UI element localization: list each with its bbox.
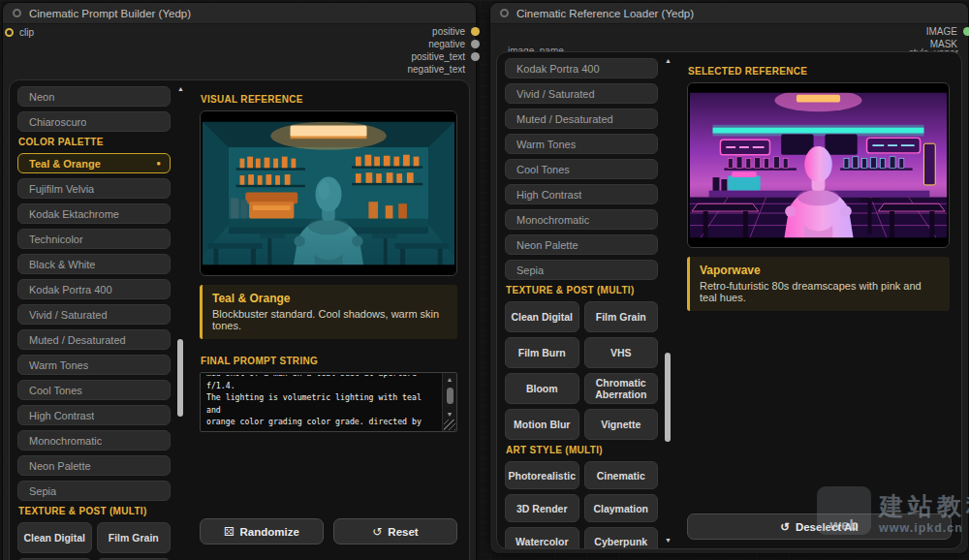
clip-slot-label: clip <box>19 27 34 38</box>
palette-option[interactable]: Sepia ● <box>17 481 171 501</box>
style-list: Neon ● Chiaroscuro ● COLOR PALETTE <box>10 80 190 560</box>
scrollbar-thumb[interactable] <box>665 353 671 442</box>
selected-reference-header: SELECTED REFERENCE <box>688 66 950 77</box>
output-slot[interactable]: IMAGE <box>926 25 969 38</box>
output-slot-dot-icon[interactable] <box>471 52 480 61</box>
section-header-texture-post: TEXTURE & POST (MULTI) <box>18 506 171 516</box>
texture-toggle-button[interactable]: Clean Digital <box>505 301 579 332</box>
section-header-color-palette: COLOR PALETTE <box>18 137 171 147</box>
style-option[interactable]: Vivid / Saturated ● <box>505 83 658 104</box>
node-title: Cinematic Prompt Builder (Yedp) <box>29 8 191 19</box>
output-slot-label: IMAGE <box>926 26 957 37</box>
node-prompt-builder[interactable]: Cinematic Prompt Builder (Yedp) clip pos… <box>2 2 477 560</box>
texture-toggle-button[interactable]: Film Burn <box>505 337 579 368</box>
node-title-bar[interactable]: Cinematic Reference Loader (Yedp) <box>490 3 968 24</box>
reference-info-box: Vaporwave Retro-futuristic 80s dreamscap… <box>687 257 950 311</box>
final-prompt-header: FINAL PROMPT STRING <box>201 356 457 366</box>
style-option[interactable]: Neon Palette ● <box>505 234 658 255</box>
output-slot[interactable]: negative_text <box>408 63 481 76</box>
input-slot-clip[interactable]: clip <box>5 27 34 38</box>
palette-option[interactable]: Muted / Desaturated ● <box>17 329 171 350</box>
texture-toggle-button[interactable]: Film Grain <box>584 301 659 332</box>
reset-icon: ↺ <box>372 525 382 539</box>
palette-option[interactable]: Fujifilm Velvia ● <box>17 178 171 199</box>
palette-option[interactable]: Warm Tones ● <box>17 355 171 375</box>
resize-handle-icon[interactable] <box>444 420 455 430</box>
style-option[interactable]: Warm Tones ● <box>505 134 658 154</box>
list-scrollbar[interactable]: ▲ ▼ <box>664 57 672 544</box>
palette-option[interactable]: Cool Tones ● <box>17 380 171 400</box>
palette-option[interactable]: Vivid / Saturated ● <box>17 304 171 325</box>
action-buttons: ⚄ Randomize ↺ Reset <box>200 518 457 544</box>
scroll-down-icon[interactable]: ▼ <box>443 411 456 418</box>
collapse-dot-icon[interactable] <box>500 9 509 17</box>
style-option[interactable]: Chiaroscuro ● <box>17 111 171 132</box>
list-scrollbar[interactable]: ▲ ▼ <box>176 85 185 560</box>
texture-toggle-button[interactable]: Film Grain <box>97 522 172 553</box>
output-slot[interactable]: positive_text <box>408 50 481 63</box>
art-style-toggle-button[interactable]: Photorealistic <box>505 461 579 489</box>
output-slot-dot-icon[interactable] <box>963 40 969 48</box>
scrollbar-thumb[interactable] <box>447 388 453 404</box>
clip-slot-dot-icon[interactable] <box>5 28 14 37</box>
style-option[interactable]: Cool Tones ● <box>505 159 658 179</box>
reference-column: SELECTED REFERENCE <box>677 52 961 548</box>
texture-toggle-button[interactable]: Vignette <box>584 409 659 440</box>
scroll-up-icon[interactable]: ▲ <box>664 57 672 64</box>
reference-info-title: Vaporwave <box>700 264 940 277</box>
art-style-toggle-button[interactable]: 3D Render <box>505 494 579 522</box>
output-slot-label: positive <box>432 26 465 37</box>
art-style-toggle-button[interactable]: Cinematic <box>584 461 659 489</box>
output-slot-dot-icon[interactable] <box>471 27 480 36</box>
texture-toggle-button[interactable]: VHS <box>584 337 659 368</box>
node-reference-loader[interactable]: Cinematic Reference Loader (Yedp) IMAGE … <box>489 2 969 554</box>
texture-toggle-button[interactable]: Motion Blur <box>505 409 579 440</box>
palette-option[interactable]: High Contrast ● <box>17 405 171 425</box>
selected-reference-image <box>687 82 950 248</box>
palette-option[interactable]: Kodak Portra 400 ● <box>17 279 171 299</box>
section-header-art-style: ART STYLE (MULTI) <box>506 445 658 455</box>
randomize-button[interactable]: ⚄ Randomize <box>200 518 324 544</box>
scrollbar-thumb[interactable] <box>177 339 183 417</box>
output-slot-dot-icon[interactable] <box>963 27 969 36</box>
prompt-textarea[interactable]: mid shot of a man in a teal suit at aper… <box>200 372 457 432</box>
output-slot[interactable]: negative <box>408 38 481 50</box>
palette-option[interactable]: Neon Palette ● <box>17 455 171 476</box>
scroll-up-icon[interactable]: ▲ <box>176 85 185 92</box>
palette-option[interactable]: Teal & Orange ● <box>17 153 171 173</box>
palette-info-title: Teal & Orange <box>212 292 448 305</box>
palette-option[interactable]: Kodak Ektachrome ● <box>17 203 171 224</box>
scroll-up-icon[interactable]: ▲ <box>443 376 456 383</box>
scroll-down-icon[interactable]: ▼ <box>664 537 672 544</box>
palette-info-box: Teal & Orange Blockbuster standard. Cool… <box>200 285 457 339</box>
deselect-all-button[interactable]: ↺ Deselect All <box>687 513 952 540</box>
art-style-toggle-button[interactable]: Cyberpunk <box>584 527 659 549</box>
reset-button[interactable]: ↺ Reset <box>333 518 457 544</box>
style-option[interactable]: High Contrast ● <box>505 184 658 204</box>
output-slot-label: negative_text <box>408 64 466 75</box>
palette-option[interactable]: Black & White ● <box>17 254 171 274</box>
deselect-icon: ↺ <box>780 520 790 534</box>
collapse-dot-icon[interactable] <box>13 9 21 17</box>
palette-option[interactable]: Technicolor ● <box>17 229 171 249</box>
style-option[interactable]: Kodak Portra 400 ● <box>505 58 658 78</box>
output-slot-dot-icon[interactable] <box>471 40 480 48</box>
node-title: Cinematic Reference Loader (Yedp) <box>516 8 694 19</box>
art-style-toggle-button[interactable]: Watercolor <box>505 527 579 549</box>
texture-toggle-button[interactable]: Bloom <box>505 373 579 404</box>
style-list: Kodak Portra 400 ● Vivid / Saturated ● M… <box>497 52 677 548</box>
art-style-toggle-button[interactable]: Claymation <box>584 494 659 522</box>
style-option[interactable]: Monochromatic ● <box>505 209 658 230</box>
palette-option[interactable]: Monochromatic ● <box>17 430 171 451</box>
style-option[interactable]: Muted / Desaturated ● <box>505 109 658 129</box>
prompt-builder-widget: Neon ● Chiaroscuro ● COLOR PALETTE <box>9 79 470 560</box>
output-slot[interactable]: positive <box>408 25 481 38</box>
style-option[interactable]: Neon ● <box>17 86 171 107</box>
texture-toggle-button[interactable]: Clean Digital <box>17 522 92 553</box>
node-canvas: Cinematic Prompt Builder (Yedp) clip pos… <box>0 0 969 560</box>
output-slot-dot-icon[interactable] <box>471 65 480 74</box>
texture-toggle-button[interactable]: Chromatic Aberration <box>584 373 659 404</box>
style-option[interactable]: Sepia ● <box>505 260 658 280</box>
reference-info-description: Retro-futuristic 80s dreamscapes with pi… <box>700 280 940 303</box>
node-title-bar[interactable]: Cinematic Prompt Builder (Yedp) <box>3 3 476 24</box>
